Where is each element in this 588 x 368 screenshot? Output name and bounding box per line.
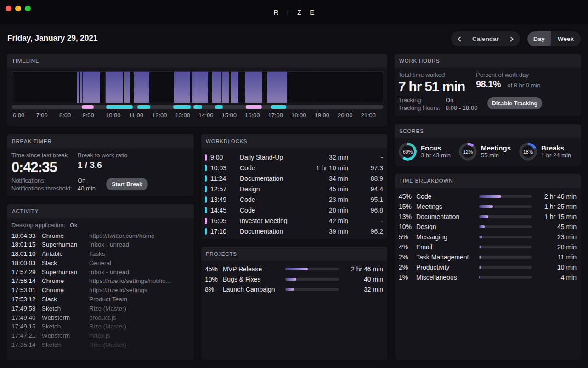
workblock-row[interactable]: 10:03 Code 1 hr 10 min 97.3 xyxy=(201,162,387,173)
project-row: 10% Bugs & Fixes 40 min xyxy=(201,274,387,284)
breakdown-row-bar-fill xyxy=(479,276,480,279)
tracking-hours-value: 8:00 - 18:00 xyxy=(446,104,477,111)
workblock-duration: 20 min xyxy=(329,207,348,214)
workblock-duration: 39 min xyxy=(329,228,348,235)
timeline-workblock-segment[interactable] xyxy=(106,105,133,109)
workblock-time: 11:24 xyxy=(210,175,226,182)
activity-row: 17:49:58 Sketch Rize (Master) xyxy=(7,305,194,314)
workblock-row[interactable]: 16:05 Investor Meeting 42 min - xyxy=(201,215,387,226)
timeline-workblock-segment[interactable] xyxy=(246,105,262,109)
timeline-activity-block[interactable] xyxy=(174,72,190,103)
timeline-activity-block[interactable] xyxy=(231,72,238,103)
timeline-hour-label: 15:00 xyxy=(222,112,237,119)
tab-day[interactable]: Day xyxy=(527,31,551,46)
activity-time: 18:01:15 xyxy=(11,241,36,248)
calendar-prev-icon[interactable] xyxy=(458,36,463,41)
breakdown-row-name: Documentation xyxy=(416,213,459,220)
breakdown-row-name: Design xyxy=(416,223,436,230)
timeline-activity-block[interactable] xyxy=(212,72,229,103)
breakdown-row-percent: 2% xyxy=(399,253,408,261)
activity-time: 17:47:21 xyxy=(11,332,36,339)
breakdown-row-bar-track xyxy=(479,256,532,259)
project-row-bar-track xyxy=(285,288,339,291)
score-title: Focus xyxy=(421,144,451,152)
project-row-percent: 10% xyxy=(205,276,218,283)
activity-time: 17:53:12 xyxy=(11,296,36,303)
timeline-activity-block[interactable] xyxy=(77,72,80,103)
timeline-workblock-segment[interactable] xyxy=(271,105,286,109)
break-to-work-ratio-value: 1 / 3.6 xyxy=(78,160,102,170)
app-title: R I Z E xyxy=(0,0,588,24)
workblock-score: - xyxy=(381,154,383,161)
breakdown-row-time: 20 min xyxy=(557,243,577,251)
workblock-row[interactable]: 12:57 Design 45 min 94.4 xyxy=(201,184,387,194)
timeline-activity-block[interactable] xyxy=(105,72,123,103)
breakdown-row-percent: 5% xyxy=(399,233,408,241)
window-titlebar: R I Z E xyxy=(0,0,588,24)
workblock-row[interactable]: 14:45 Code 20 min 96.8 xyxy=(201,205,387,215)
timeline-hour-label: 10:00 xyxy=(106,112,121,119)
timeline-hourline xyxy=(175,72,175,103)
timeline-activity-block[interactable] xyxy=(80,72,100,103)
calendar-button[interactable]: Calendar xyxy=(472,35,499,42)
breakdown-row: 15% Meetings 1 hr 25 min xyxy=(395,201,581,212)
activity-detail: https://rize.io/settings/notific… xyxy=(89,277,171,284)
tracking-label: Tracking: xyxy=(398,97,423,104)
project-row-bar-track xyxy=(285,268,339,270)
workblock-name: Documentation xyxy=(240,228,283,235)
score-ring-percent: 18% xyxy=(523,149,533,155)
timeline-activity-block[interactable] xyxy=(124,72,130,103)
timeline-workblock-segment[interactable] xyxy=(137,105,151,109)
activity-app: Superhuman xyxy=(42,241,77,248)
timeline-workblock-segment[interactable] xyxy=(82,105,94,109)
workblock-row[interactable]: 11:24 Documentation 34 min 88.9 xyxy=(201,173,387,184)
breakdown-row-percent: 45% xyxy=(399,193,412,200)
breakdown-row-time: 1 hr 25 min xyxy=(544,203,577,210)
project-row-name: MVP Release xyxy=(223,265,262,273)
workblock-time: 16:05 xyxy=(210,217,226,224)
workblock-type-tick xyxy=(205,228,207,235)
timeline-activity-block[interactable] xyxy=(134,72,149,103)
work-hours-panel: WORK HOURS Total time worked 7 hr 51 min… xyxy=(395,54,581,116)
activity-detail: https://rize.io/settings xyxy=(89,287,147,293)
timeline-activity-block[interactable] xyxy=(267,72,288,103)
calendar-next-icon[interactable] xyxy=(508,36,513,41)
projects-panel-header: PROJECTS xyxy=(201,247,387,261)
breakdown-row: 2% Task Management 11 min xyxy=(395,252,581,262)
timeline-panel: TIMELINE 6:007:008:009:0010:0011:0012:00… xyxy=(7,54,387,126)
activity-row: 18:01:15 Superhuman Inbox - unread xyxy=(7,241,194,250)
timeline-hour-label: 8:00 xyxy=(59,112,71,119)
activity-row: 18:04:33 Chrome https://twitter.com/home xyxy=(7,232,194,242)
workblock-score: - xyxy=(381,217,383,224)
time-breakdown-panel-header: TIME BREAKDOWN xyxy=(395,174,581,188)
start-break-button[interactable]: Start Break xyxy=(106,178,148,190)
breakdown-row: 45% Code 2 hr 46 min xyxy=(395,191,581,201)
timeline-workblock-segment[interactable] xyxy=(173,105,191,109)
tab-week[interactable]: Week xyxy=(551,31,581,46)
disable-tracking-button[interactable]: Disable Tracking xyxy=(487,97,542,109)
calendar-nav: Calendar xyxy=(451,31,520,46)
activity-time: 17:49:58 xyxy=(11,305,36,312)
activity-row: 17:53:01 Chrome https://rize.io/settings xyxy=(7,287,194,296)
timeline-workblock-segment[interactable] xyxy=(193,105,202,109)
workblock-duration: 42 min xyxy=(329,217,348,224)
workblock-score: 94.4 xyxy=(371,185,383,193)
timeline-hourline xyxy=(59,72,59,103)
workblock-row[interactable]: 13:49 Code 23 min 95.1 xyxy=(201,194,387,205)
activity-row: 17:49:15 Sketch Rize (Master) xyxy=(7,323,194,332)
project-row: 8% Launch Campaign 32 min xyxy=(201,284,387,294)
activity-app: Sketch xyxy=(42,341,61,348)
timeline-hourline xyxy=(129,72,129,103)
timeline-workblock-segment[interactable] xyxy=(215,105,223,109)
timeline-activity-block[interactable] xyxy=(245,72,262,103)
workblock-row[interactable]: 9:00 Daily Stand-Up 32 min - xyxy=(201,152,387,162)
breakdown-row-time: 1 hr 15 min xyxy=(544,213,577,220)
workblock-name: Code xyxy=(240,207,255,214)
workblock-row[interactable]: 17:10 Documentation 39 min 96.2 xyxy=(201,226,387,236)
timeline-activity-block[interactable] xyxy=(192,72,208,103)
notifications-value: On xyxy=(78,177,85,184)
activity-detail: Inbox - unread xyxy=(89,269,129,276)
breakdown-row-time: 23 min xyxy=(557,233,577,241)
activity-time: 17:56:14 xyxy=(11,277,36,284)
breakdown-row-time: 4 min xyxy=(561,274,577,281)
